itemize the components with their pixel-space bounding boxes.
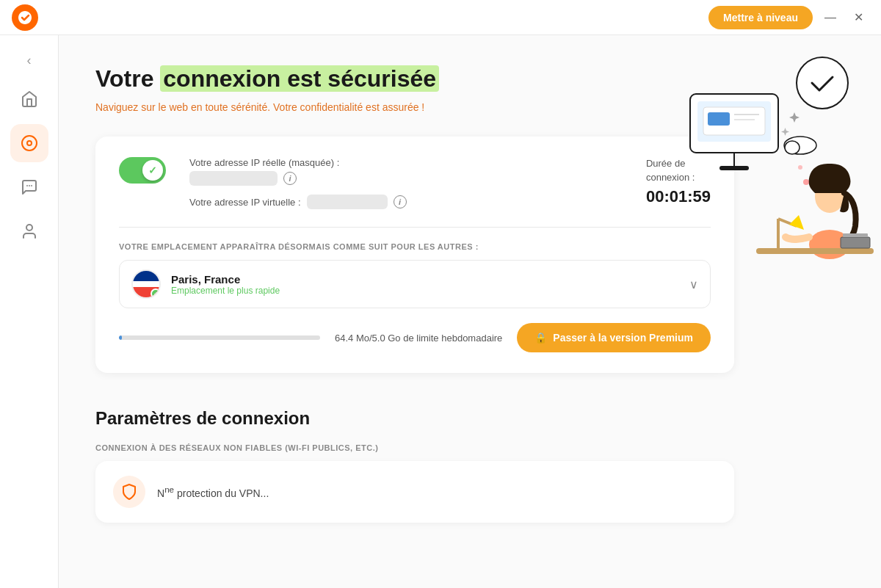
settings-title: Paramètres de connexion xyxy=(95,408,844,429)
premium-button[interactable]: 🔒 Passer à la version Premium xyxy=(517,323,711,352)
duration-label: Durée deconnexion : xyxy=(646,157,711,184)
titlebar: Mettre à niveau — ✕ xyxy=(0,0,881,35)
ip-real-info-icon[interactable]: i xyxy=(283,172,297,185)
sidebar: ‹ xyxy=(0,35,59,588)
vpn-toggle[interactable]: ✓ xyxy=(119,157,166,184)
flag-blue xyxy=(133,271,159,281)
sidebar-item-user[interactable] xyxy=(10,212,48,250)
check-icon: ✓ xyxy=(148,164,157,176)
content-area: Votre connexion est sécurisée Naviguez s… xyxy=(59,35,881,588)
svg-point-0 xyxy=(22,136,37,150)
svg-line-21 xyxy=(778,219,797,226)
svg-point-15 xyxy=(784,137,816,154)
progress-row: 64.4 Mo/5.0 Go de limite hebdomadaire 🔒 … xyxy=(119,323,711,352)
upgrade-button[interactable]: Mettre à niveau xyxy=(708,6,813,29)
progress-bar-container xyxy=(119,335,320,340)
titlebar-left xyxy=(12,4,38,31)
duration-box: Durée deconnexion : 00:01:59 xyxy=(646,157,711,206)
toggle-knob: ✓ xyxy=(142,160,163,181)
svg-point-18 xyxy=(809,230,850,259)
svg-marker-22 xyxy=(789,215,804,230)
svg-rect-11 xyxy=(708,112,730,126)
svg-point-5 xyxy=(26,225,32,231)
ip-real-masked xyxy=(189,171,278,186)
connection-card: ✓ Votre adresse IP réelle (masquée) : i … xyxy=(95,137,734,373)
title-before: Votre xyxy=(95,65,160,92)
svg-rect-19 xyxy=(756,248,874,254)
title-highlight: connexion est sécurisée xyxy=(160,65,439,92)
lock-icon: 🔒 xyxy=(534,332,547,344)
progress-bar-fill xyxy=(119,335,122,340)
page-title: Votre connexion est sécurisée xyxy=(95,65,844,92)
svg-point-25 xyxy=(803,179,809,185)
ip-virtual-label: Votre adresse IP virtuelle : xyxy=(189,197,301,208)
ip-virtual-masked xyxy=(307,195,388,209)
svg-point-17 xyxy=(815,181,844,213)
close-button[interactable]: ✕ xyxy=(848,7,869,27)
svg-rect-24 xyxy=(843,233,868,237)
svg-point-1 xyxy=(27,141,32,145)
settings-card-text: Nne protection du VPN... xyxy=(157,485,269,500)
settings-card-description: Nne protection du VPN... xyxy=(157,487,269,499)
location-name: Paris, France xyxy=(171,273,679,286)
settings-card: Nne protection du VPN... xyxy=(95,461,734,523)
flag-green-badge: ✓ xyxy=(151,288,161,299)
sidebar-item-vpn[interactable] xyxy=(10,124,48,162)
back-button[interactable]: ‹ xyxy=(21,47,37,74)
card-divider xyxy=(119,227,711,228)
flag-white xyxy=(133,281,159,287)
location-sub: Emplacement le plus rapide xyxy=(171,286,679,296)
progress-label: 64.4 Mo/5.0 Go de limite hebdomadaire xyxy=(335,333,502,344)
location-selector[interactable]: ✓ Paris, France Emplacement le plus rapi… xyxy=(119,260,711,308)
settings-section-label: CONNEXION À DES RÉSEAUX NON FIABLES (WI-… xyxy=(95,443,844,452)
toggle-container: ✓ xyxy=(119,157,166,184)
ip-row: ✓ Votre adresse IP réelle (masquée) : i … xyxy=(119,157,711,209)
duration-time: 00:01:59 xyxy=(646,187,711,206)
minimize-button[interactable]: — xyxy=(819,8,842,27)
location-section-label: VOTRE EMPLACEMENT APPARAÎTRA DÉSORMAIS C… xyxy=(119,242,711,251)
ip-real-row: i xyxy=(189,171,623,186)
svg-point-16 xyxy=(785,141,800,154)
sidebar-item-home[interactable] xyxy=(10,80,48,118)
chevron-down-icon: ∨ xyxy=(689,277,698,291)
ip-virtual-row: Votre adresse IP virtuelle : i xyxy=(189,195,623,209)
premium-label: Passer à la version Premium xyxy=(553,332,693,344)
subtitle: Naviguez sur le web en toute sérénité. V… xyxy=(95,101,844,113)
ip-virtual-info-icon[interactable]: i xyxy=(394,195,407,208)
titlebar-right: Mettre à niveau — ✕ xyxy=(708,6,869,29)
location-text: Paris, France Emplacement le plus rapide xyxy=(171,273,679,296)
sidebar-item-chat[interactable] xyxy=(10,168,48,206)
main-layout: ‹ xyxy=(0,35,881,588)
app-logo xyxy=(12,4,38,31)
svg-rect-23 xyxy=(841,237,870,248)
settings-card-icon xyxy=(113,476,145,508)
ip-real-label: Votre adresse IP réelle (masquée) : xyxy=(189,157,623,168)
ip-info: Votre adresse IP réelle (masquée) : i Vo… xyxy=(189,157,623,209)
france-flag: ✓ xyxy=(131,269,161,299)
svg-point-26 xyxy=(798,165,802,170)
